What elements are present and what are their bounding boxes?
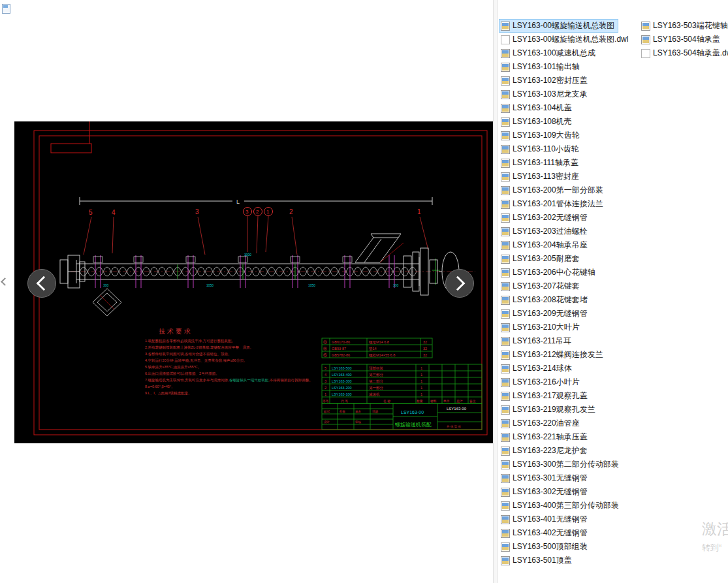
file-item[interactable]: LSY163-00螺旋输送机总装图.dwl <box>499 33 632 46</box>
collapse-chevron-icon[interactable] <box>1 277 9 286</box>
file-name: LSY163-101输出轴 <box>513 61 580 72</box>
svg-text:8.α=0.60°,β=45°。: 8.α=0.60°,β=45°。 <box>145 385 175 388</box>
svg-text:备注: 备注 <box>469 399 476 403</box>
file-item[interactable]: LSY163-103尼龙支承 <box>499 87 592 101</box>
file-item[interactable]: LSY163-104机盖 <box>499 101 576 115</box>
cad-preview-canvas: L 5 4 3 2 1 3 2 1 <box>14 121 493 443</box>
file-name: LSY163-301无缝钢管 <box>513 473 588 484</box>
file-item[interactable]: LSY163-500顶部组装 <box>499 540 592 554</box>
file-item[interactable]: LSY163-209无缝钢管 <box>499 307 592 321</box>
parts-table-grid <box>322 338 482 430</box>
file-item[interactable]: LSY163-200第一部分部装 <box>499 183 607 197</box>
parts-table-text: ⑬ GB6170-86 螺母M14 6.8 32 ⑭ GB93-87 垫14 3… <box>323 340 476 428</box>
file-item[interactable]: LSY163-203过油螺栓 <box>499 225 592 238</box>
file-icon <box>501 351 510 360</box>
file-item[interactable]: LSY163-102密封压盖 <box>499 74 592 87</box>
svg-text:材料: 材料 <box>430 400 437 403</box>
file-icon <box>501 255 510 264</box>
file-item[interactable]: LSY163-401无缝钢管 <box>499 512 592 526</box>
file-item[interactable]: LSY163-217观察孔盖 <box>499 389 592 403</box>
file-icon <box>501 241 510 250</box>
file-item[interactable]: LSY163-206中心花键轴 <box>499 266 599 279</box>
tech-requirements: 技术要求 1.装配整机前各零部件必须清洗干净,方可进行整机装配。 2.所有花键副… <box>145 328 313 396</box>
file-item[interactable]: LSY163-504轴承盖 <box>639 33 724 46</box>
file-icon <box>501 213 510 223</box>
svg-text:减速机: 减速机 <box>369 392 380 397</box>
file-icon <box>501 309 510 319</box>
file-item[interactable]: LSY163-101输出轴 <box>499 60 584 74</box>
svg-text:LSY163-400: LSY163-400 <box>332 373 352 377</box>
svg-text:7.螺旋输送机为主联传动,安装时注意水平与润滑间隙,各螺旋轴: 7.螺旋输送机为主联传动,安装时注意水平与润滑间隙,各螺旋轴从一端开始装配,不得… <box>145 378 313 383</box>
file-name: LSY163-110小齿轮 <box>513 144 579 155</box>
file-item[interactable]: LSY163-108机壳 <box>499 115 576 129</box>
file-item[interactable]: LSY163-207花键套 <box>499 279 584 293</box>
file-item[interactable]: LSY163-110小齿轮 <box>499 142 583 156</box>
file-name: LSY163-202无缝钢管 <box>513 212 588 223</box>
svg-text:1: 1 <box>420 386 422 390</box>
file-item[interactable]: LSY163-201管体连接法兰 <box>499 197 607 211</box>
title-block-name: 螺旋输送机装配 <box>395 422 432 428</box>
file-icon <box>501 337 510 346</box>
file-icon <box>501 268 510 277</box>
file-item[interactable]: LSY163-100减速机总成 <box>499 46 599 60</box>
file-item[interactable]: LSY163-211吊耳 <box>499 334 575 348</box>
file-item[interactable]: LSY163-212蝶阀连接发兰 <box>499 348 607 362</box>
file-icon <box>501 172 510 181</box>
file-item[interactable]: LSY163-300第二部分传动部装 <box>499 458 623 471</box>
file-icon <box>501 419 510 428</box>
file-item[interactable]: LSY163-113密封座 <box>499 170 583 183</box>
file-item[interactable]: LSY163-301无缝钢管 <box>499 471 592 485</box>
file-item[interactable]: LSY163-223尼龙护套 <box>499 444 592 458</box>
svg-text:3000: 3000 <box>244 253 251 257</box>
title-block-code2: LSY163-00 <box>447 407 467 411</box>
svg-text:1.装配整机前各零部件必须清洗干净,方可进行整机装配。: 1.装配整机前各零部件必须清洗干净,方可进行整机装配。 <box>145 339 235 343</box>
title-block-code: LSY163-00 <box>401 410 424 415</box>
file-item[interactable]: LSY163-220油管座 <box>499 417 584 430</box>
file-icon <box>501 460 510 469</box>
file-item[interactable]: LSY163-504轴承盖.dwl <box>639 46 728 60</box>
file-icon <box>501 529 510 538</box>
file-icon <box>501 35 510 44</box>
prev-drawing-button[interactable] <box>27 269 56 298</box>
svg-text:1: 1 <box>420 366 422 370</box>
file-icon <box>641 49 650 58</box>
file-item[interactable]: LSY163-210大叶片 <box>499 321 584 334</box>
file-icon <box>501 392 510 401</box>
svg-text:1: 1 <box>417 208 421 215</box>
file-name: LSY163-217观察孔盖 <box>513 390 588 402</box>
next-drawing-button[interactable] <box>445 269 474 298</box>
file-item[interactable]: LSY163-205耐磨套 <box>499 252 584 266</box>
file-item[interactable]: LSY163-216小叶片 <box>499 375 584 389</box>
svg-text:1: 1 <box>420 379 422 383</box>
activation-watermark: 激活 转到“ <box>702 519 728 554</box>
file-icon <box>501 378 510 387</box>
svg-text:LSY163-300: LSY163-300 <box>332 379 352 383</box>
file-item[interactable]: LSY163-109大齿轮 <box>499 129 584 142</box>
file-item[interactable]: LSY163-208花键套堵 <box>499 293 592 307</box>
file-item[interactable]: LSY163-214球体 <box>499 362 576 375</box>
file-item[interactable]: LSY163-400第三部分传动部装 <box>499 499 623 512</box>
file-item[interactable]: LSY163-219观察孔发兰 <box>499 403 599 417</box>
document-icon[interactable] <box>2 4 10 14</box>
svg-text:1050: 1050 <box>206 283 214 287</box>
file-item[interactable]: LSY163-402无缝钢管 <box>499 526 592 540</box>
file-icon <box>501 145 510 154</box>
svg-text:LSY163-200: LSY163-200 <box>332 386 352 390</box>
balloon-callouts: 5 4 3 2 1 3 2 1 <box>84 208 428 255</box>
pane-splitter[interactable] <box>493 0 498 583</box>
svg-text:2: 2 <box>324 386 326 390</box>
file-name: LSY163-402无缝钢管 <box>513 528 588 539</box>
svg-text:⑭: ⑭ <box>323 347 327 351</box>
file-item[interactable]: LSY163-221轴承压盖 <box>499 430 592 444</box>
file-icon <box>501 296 510 305</box>
file-item[interactable]: LSY163-302无缝钢管 <box>499 485 592 499</box>
file-item[interactable]: LSY163-202无缝钢管 <box>499 211 592 225</box>
inlet-chute <box>355 234 401 262</box>
file-name: LSY163-214球体 <box>513 363 572 374</box>
svg-text:6.出油口润滑脂试验可以:锂基脂、2号钙基脂。: 6.出油口润滑脂试验可以:锂基脂、2号钙基脂。 <box>145 371 219 376</box>
file-item[interactable]: LSY163-204轴承吊座 <box>499 238 592 252</box>
file-item[interactable]: LSY163-00螺旋输送机总装图 <box>499 19 618 33</box>
file-item[interactable]: LSY163-501顶盖 <box>499 554 576 567</box>
file-item[interactable]: LSY163-503端花键轴 <box>639 19 728 33</box>
file-item[interactable]: LSY163-111轴承盖 <box>499 156 582 170</box>
